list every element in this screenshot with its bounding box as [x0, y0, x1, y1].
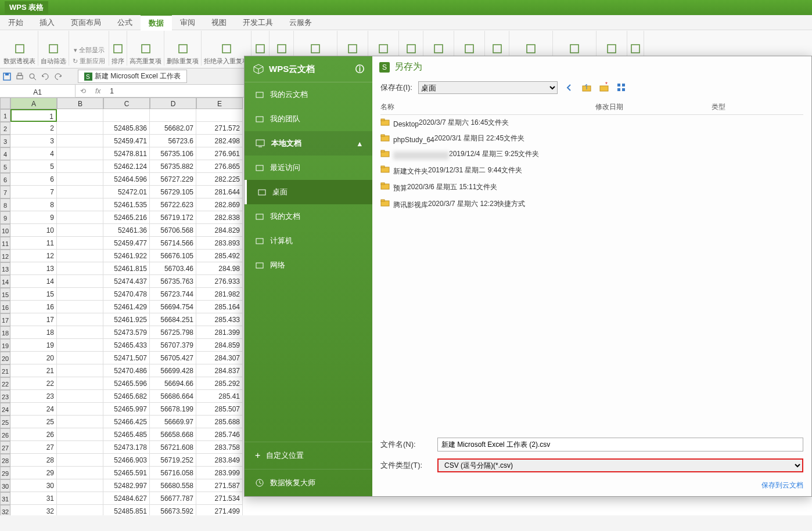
cell[interactable]: 56719.172 — [150, 211, 196, 224]
cell[interactable] — [57, 173, 103, 186]
cell[interactable]: 31 — [10, 492, 57, 505]
cell[interactable]: 52485.851 — [103, 505, 150, 515]
cell[interactable]: 56678.199 — [150, 403, 196, 416]
file-row[interactable]: 预算2020/3/6 星期五 15:11文件夹 — [380, 179, 803, 196]
cell[interactable]: 21 — [10, 364, 57, 377]
cell[interactable]: 19 — [10, 339, 57, 352]
cell[interactable]: 52462.124 — [103, 160, 150, 173]
cell[interactable]: 56722.623 — [150, 198, 196, 211]
cell[interactable]: 52465.216 — [103, 211, 150, 224]
row-header[interactable]: 5 — [0, 160, 10, 173]
ribbon-1[interactable]: 高亮重复项 — [127, 31, 164, 66]
cell[interactable]: 56694.66 — [150, 377, 196, 390]
menu-tab-5[interactable]: 审阅 — [172, 15, 203, 30]
ribbon-left-0[interactable]: 数据透视表 — [1, 31, 38, 66]
cell[interactable]: 56706.568 — [150, 224, 196, 237]
cell[interactable]: 271.534 — [196, 492, 243, 505]
ribbon-filter-opts[interactable]: ▾ 全部显示↻ 重新应用 — [69, 31, 109, 66]
cell[interactable]: 24 — [10, 403, 57, 416]
row-header[interactable]: 20 — [0, 352, 10, 364]
cell[interactable] — [57, 352, 103, 364]
menu-tab-8[interactable]: 云服务 — [281, 15, 320, 30]
cell[interactable]: 52470.478 — [103, 288, 150, 301]
cell[interactable]: 56719.252 — [150, 454, 196, 467]
cell[interactable]: 271.499 — [196, 505, 243, 515]
cell[interactable]: 10 — [10, 224, 57, 237]
col-date[interactable]: 修改日期 — [595, 102, 712, 112]
row-header[interactable]: 6 — [0, 173, 10, 186]
cell[interactable]: 52471.507 — [103, 352, 150, 364]
cell[interactable]: 13 — [10, 262, 57, 275]
cell[interactable]: 284.829 — [196, 224, 243, 237]
cell[interactable]: 285.688 — [196, 416, 243, 428]
cell[interactable]: 52478.811 — [103, 147, 150, 160]
file-row[interactable]: Desktop2020/3/7 星期六 16:45文件夹 — [380, 115, 803, 131]
cell[interactable]: 284.837 — [196, 364, 243, 377]
row-header[interactable]: 2 — [0, 122, 10, 135]
select-all-corner[interactable] — [0, 97, 10, 109]
menu-tab-2[interactable]: 页面布局 — [63, 15, 109, 30]
save-in-select[interactable]: 桌面 — [418, 81, 558, 94]
cell[interactable]: 29 — [10, 467, 57, 479]
filename-input[interactable] — [437, 438, 803, 451]
cell[interactable] — [57, 186, 103, 198]
cell[interactable]: 56680.558 — [150, 479, 196, 492]
cell[interactable]: 281.644 — [196, 186, 243, 198]
cell[interactable]: 52464.596 — [103, 173, 150, 186]
sidebar-desktop[interactable]: 桌面 — [245, 180, 372, 204]
col-header-B[interactable]: B — [57, 97, 103, 109]
cell[interactable] — [57, 275, 103, 288]
menu-tab-3[interactable]: 公式 — [109, 15, 141, 30]
cell[interactable] — [57, 403, 103, 416]
col-header-D[interactable]: D — [150, 97, 196, 109]
cell[interactable] — [57, 326, 103, 339]
col-header-A[interactable]: A — [10, 97, 57, 109]
cell[interactable]: 52466.425 — [103, 416, 150, 428]
cell[interactable]: 52473.579 — [103, 326, 150, 339]
redo-icon[interactable] — [53, 72, 63, 81]
row-header[interactable]: 30 — [0, 479, 10, 492]
cell[interactable]: 11 — [10, 237, 57, 250]
cell[interactable]: 285.292 — [196, 377, 243, 390]
file-list[interactable]: 名称 修改日期 类型 Desktop2020/3/7 星期六 16:45文件夹p… — [372, 97, 811, 432]
save-icon[interactable] — [2, 72, 12, 81]
cell[interactable]: 18 — [10, 326, 57, 339]
cell[interactable]: 56714.566 — [150, 237, 196, 250]
cell[interactable]: 14 — [10, 275, 57, 288]
cell[interactable]: 52461.815 — [103, 262, 150, 275]
row-header[interactable]: 7 — [0, 186, 10, 198]
cell[interactable] — [57, 135, 103, 147]
sidebar-team[interactable]: 我的团队 — [245, 107, 372, 131]
cell[interactable]: 56721.608 — [150, 441, 196, 454]
row-header[interactable]: 10 — [0, 224, 10, 237]
cell[interactable] — [57, 505, 103, 515]
cell[interactable]: 283.893 — [196, 237, 243, 250]
new-folder-icon[interactable]: * — [598, 82, 610, 93]
cell[interactable]: 281.399 — [196, 326, 243, 339]
sidebar-docs[interactable]: 我的文档 — [245, 204, 372, 229]
row-header[interactable]: 29 — [0, 467, 10, 479]
cell[interactable] — [57, 122, 103, 135]
back-icon[interactable] — [563, 82, 575, 93]
data-recovery-button[interactable]: 数据恢复大师 — [245, 469, 372, 496]
cell[interactable]: 2 — [10, 122, 57, 135]
cell[interactable]: 12 — [10, 250, 57, 262]
cell[interactable] — [57, 301, 103, 313]
cell[interactable] — [57, 467, 103, 479]
cell[interactable]: 3 — [10, 135, 57, 147]
cell[interactable]: 4 — [10, 147, 57, 160]
row-header[interactable]: 32 — [0, 505, 10, 515]
cell[interactable] — [57, 492, 103, 505]
cell[interactable]: 56729.105 — [150, 186, 196, 198]
menu-tab-6[interactable]: 视图 — [203, 15, 235, 30]
cell[interactable]: 8 — [10, 198, 57, 211]
cell[interactable] — [57, 428, 103, 441]
cell[interactable]: 56684.251 — [150, 313, 196, 326]
cell[interactable]: 276.865 — [196, 160, 243, 173]
cell[interactable]: 56699.428 — [150, 364, 196, 377]
row-header[interactable]: 12 — [0, 250, 10, 262]
sidebar-recent[interactable]: 最近访问 — [245, 156, 372, 180]
cell[interactable]: 9 — [10, 211, 57, 224]
menu-tab-7[interactable]: 开发工具 — [235, 15, 281, 30]
cell[interactable]: 271.572 — [196, 122, 243, 135]
